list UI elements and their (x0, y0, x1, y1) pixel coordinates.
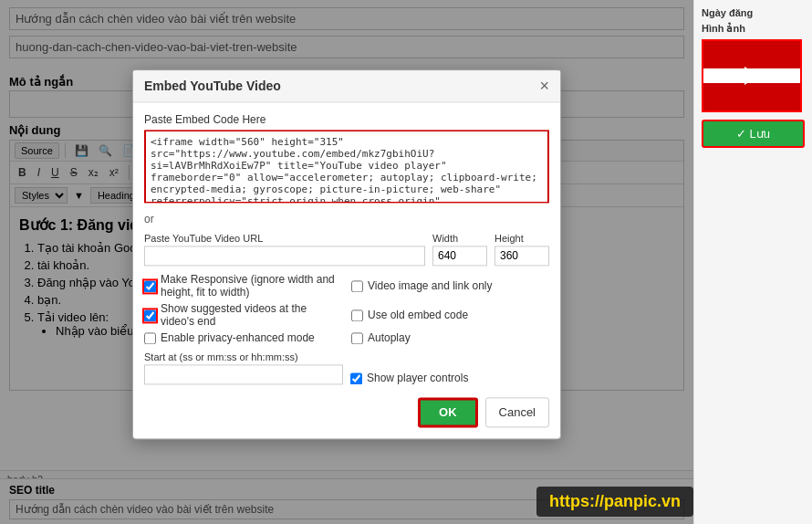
modal-body: Paste Embed Code Here <iframe width="560… (133, 102, 560, 438)
or-divider: or (144, 213, 549, 225)
video-image-label: Video image and link only (368, 279, 493, 292)
ngay-dang-label: Ngày đăng (702, 7, 805, 18)
watermark: https://panpic.vn (536, 487, 693, 517)
show-suggested-checkbox[interactable] (144, 309, 156, 321)
privacy-checkbox[interactable] (144, 332, 156, 344)
check-autoplay: Autoplay (351, 331, 549, 344)
height-field: Height (494, 233, 549, 266)
height-label: Height (494, 233, 549, 244)
checkboxes-grid: Make Responsive (ignore width and height… (144, 273, 549, 344)
cancel-button[interactable]: Cancel (485, 397, 549, 427)
check-old-embed: Use old embed code (351, 302, 549, 328)
show-suggested-label: Show suggested videos at the video's end (161, 302, 342, 328)
ok-button[interactable]: OK (418, 397, 478, 427)
check-make-responsive: Make Responsive (ignore width and height… (144, 273, 342, 299)
video-image-checkbox[interactable] (351, 280, 363, 292)
url-label: Paste YouTube Video URL (144, 233, 425, 244)
editor-wrapper: Mô tả ngắn Nội dung Source 💾 🔍 📄 ✂ 📋 📌 B… (0, 0, 693, 524)
width-field: Width (432, 233, 487, 266)
embed-youtube-modal: Embed YouTube Video × Paste Embed Code H… (132, 69, 561, 439)
embed-code-label: Paste Embed Code Here (144, 113, 549, 126)
width-label: Width (432, 233, 487, 244)
make-responsive-checkbox[interactable] (144, 280, 156, 292)
width-input[interactable] (432, 246, 487, 266)
modal-footer: OK Cancel (144, 393, 549, 427)
start-at-input[interactable] (144, 364, 343, 384)
check-show-controls: Show player controls (350, 372, 468, 384)
hinh-anh-label: Hình ảnh (702, 23, 805, 35)
start-at-label: Start at (ss or mm:ss or hh:mm:ss) (144, 351, 343, 362)
old-embed-checkbox[interactable] (351, 309, 363, 321)
modal-header: Embed YouTube Video × (133, 70, 560, 102)
right-sidebar: Ngày đăng Hình ảnh ✓ Lưu (693, 0, 812, 524)
url-field-group: Paste YouTube Video URL (144, 233, 425, 266)
start-at-group: Start at (ss or mm:ss or hh:mm:ss) (144, 351, 343, 384)
check-show-suggested: Show suggested videos at the video's end (144, 302, 342, 328)
youtube-icon (744, 67, 759, 85)
luu-button[interactable]: ✓ Lưu (702, 120, 805, 148)
autoplay-label: Autoplay (368, 331, 411, 344)
show-controls-label: Show player controls (367, 372, 468, 384)
check-privacy: Enable privacy-enhanced mode (144, 331, 342, 344)
thumbnail-image (702, 39, 802, 112)
make-responsive-label: Make Responsive (ignore width and height… (161, 273, 342, 299)
youtube-url-input[interactable] (144, 246, 425, 266)
show-controls-checkbox[interactable] (350, 372, 362, 384)
modal-close-button[interactable]: × (539, 78, 549, 94)
show-controls-group: Show player controls (350, 351, 549, 384)
modal-title: Embed YouTube Video (144, 79, 281, 93)
old-embed-label: Use old embed code (368, 309, 468, 321)
embed-code-textarea[interactable]: <iframe width="560" height="315" src="ht… (144, 130, 549, 203)
start-at-row: Start at (ss or mm:ss or hh:mm:ss) Show … (144, 351, 549, 384)
check-video-image: Video image and link only (351, 273, 549, 299)
url-row: Paste YouTube Video URL Width Height (144, 233, 549, 266)
privacy-label: Enable privacy-enhanced mode (161, 331, 315, 344)
height-input[interactable] (494, 246, 549, 266)
autoplay-checkbox[interactable] (351, 332, 363, 344)
